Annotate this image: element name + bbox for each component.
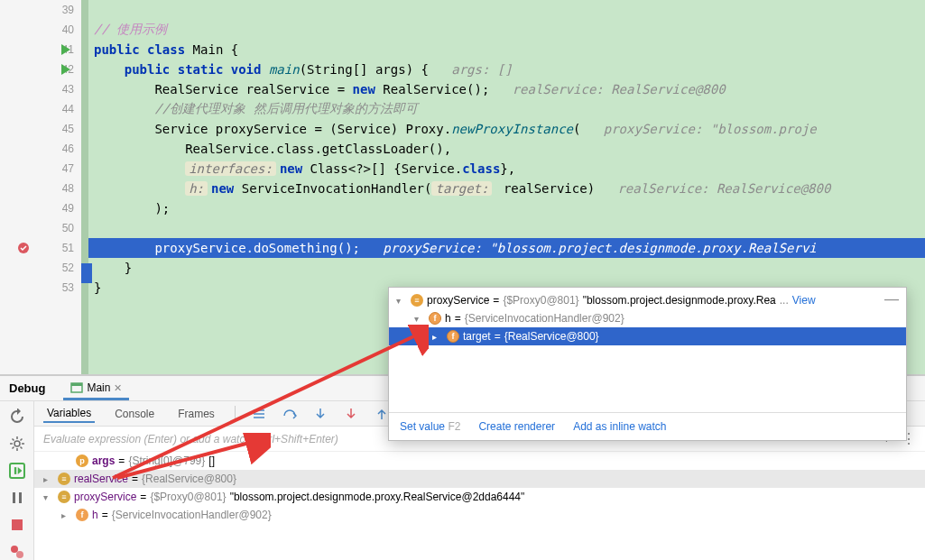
variable-row[interactable]: ▾ ≡ proxyService = {$Proxy0@801} "blosso… [34,488,925,506]
add-inline-watch-button[interactable]: Add as inline watch [573,420,666,433]
svg-rect-7 [13,492,15,503]
show-execution-point-icon[interactable] [252,407,266,421]
inline-hint: realService: RealService@800 [513,82,726,96]
field-badge-icon: f [76,509,88,521]
step-out-icon[interactable] [375,407,389,421]
chevron-right-icon[interactable]: ▸ [43,474,54,484]
svg-rect-4 [71,383,82,386]
comment: // 使用示例 [94,22,167,38]
field-badge-icon: ≡ [411,294,423,307]
line-number[interactable]: 47 [0,159,81,179]
stop-icon[interactable] [9,517,25,533]
chevron-down-icon[interactable]: ▾ [396,296,407,306]
popup-tree: ▾ ≡ proxyService = {$Proxy0@801} "blosso… [389,288,906,349]
debug-title: Debug [9,381,45,400]
variable-row[interactable]: ▸ ≡ realService = {RealService@800} [34,470,925,488]
application-icon [70,381,83,394]
debug-sidebar [0,401,34,560]
svg-rect-6 [14,467,15,474]
inline-hint: realService: RealService@800 [617,181,830,196]
line-number[interactable]: 51 [0,238,81,258]
line-number[interactable]: 45 [0,119,81,139]
set-value-button[interactable]: Set value F2 [400,420,460,433]
resume-icon[interactable] [9,463,25,479]
field-badge-icon: f [447,330,459,343]
line-number[interactable]: 52 [0,258,81,278]
line-number[interactable]: 39 [0,0,81,20]
svg-point-10 [11,546,18,553]
run-icon[interactable] [58,62,72,77]
param-hint: h: [185,181,208,196]
force-step-into-icon[interactable] [344,407,358,421]
rerun-icon[interactable] [9,409,25,425]
step-over-icon[interactable] [282,407,297,421]
chevron-down-icon[interactable]: ▾ [414,314,425,324]
variables-tree: p args = {String[0]@799} [] ▸ ≡ realServ… [34,452,925,560]
param-badge-icon: p [76,454,88,467]
comment: //创建代理对象 然后调用代理对象的方法即可 [94,101,418,117]
line-number[interactable]: 53 [0,278,81,298]
svg-point-11 [16,551,23,558]
console-tab[interactable]: Console [111,406,158,422]
svg-point-5 [14,441,20,446]
evaluate-popup: — ▾ ≡ proxyService = {$Proxy0@801} "blos… [388,287,907,441]
line-number[interactable]: 40 [0,20,81,40]
frames-tab[interactable]: Frames [174,406,218,422]
pause-icon[interactable] [9,490,25,506]
chevron-right-icon[interactable]: ▸ [432,332,443,342]
chevron-down-icon[interactable]: ▾ [43,492,54,502]
run-icon[interactable] [58,42,72,57]
settings-icon[interactable] [9,436,25,452]
debug-config-tab[interactable]: Main ✕ [63,378,129,400]
close-icon[interactable]: ✕ [114,382,122,394]
field-badge-icon: f [429,312,441,325]
popup-var-row[interactable]: ▾ f h = {ServiceInvocationHandler@902} [389,309,906,327]
field-badge-icon: ≡ [58,491,70,503]
variable-row[interactable]: ▸ f h = {ServiceInvocationHandler@902} [34,506,925,524]
chevron-right-icon[interactable]: ▸ [61,510,72,520]
param-hint: interfaces: [185,161,276,176]
inline-hint: proxyService: "blossom.project.designmod… [383,241,816,255]
view-link[interactable]: View [792,294,816,307]
variable-row[interactable]: p args = {String[0]@799} [] [34,452,925,470]
line-number[interactable]: 50 [0,218,81,238]
variables-tab[interactable]: Variables [43,405,95,423]
create-renderer-button[interactable]: Create renderer [478,420,555,433]
evaluate-placeholder: Evaluate expression (Enter) or add a wat… [43,433,338,445]
execution-line[interactable]: proxyService.doSomething(); proxyService… [81,238,925,258]
inline-hint: args: [] [451,62,512,77]
line-number[interactable]: 44 [0,99,81,119]
collapse-icon[interactable]: — [884,291,899,308]
line-number[interactable]: 43 [0,79,81,99]
line-number[interactable]: 49 [0,198,81,218]
step-into-icon[interactable] [313,407,328,421]
field-badge-icon: ≡ [58,473,70,485]
inline-hint: proxyService: "blossom.proje [604,122,817,136]
breakpoint-icon[interactable] [16,241,31,255]
line-number[interactable]: 46 [0,139,81,159]
svg-rect-8 [19,492,22,503]
popup-var-row-selected[interactable]: ▸ f target = {RealService@800} [389,327,906,345]
line-number[interactable]: 48 [0,179,81,198]
execution-point-marker [81,263,92,283]
svg-rect-9 [12,519,23,530]
param-hint: target: [431,181,492,196]
popup-var-row[interactable]: ▾ ≡ proxyService = {$Proxy0@801} "blosso… [389,291,906,309]
popup-footer: Set value F2 Create renderer Add as inli… [389,412,906,440]
gutter: 39 40 41 42 43 44 45 46 47 48 49 50 51 5… [0,0,81,374]
view-breakpoints-icon[interactable] [9,544,25,560]
